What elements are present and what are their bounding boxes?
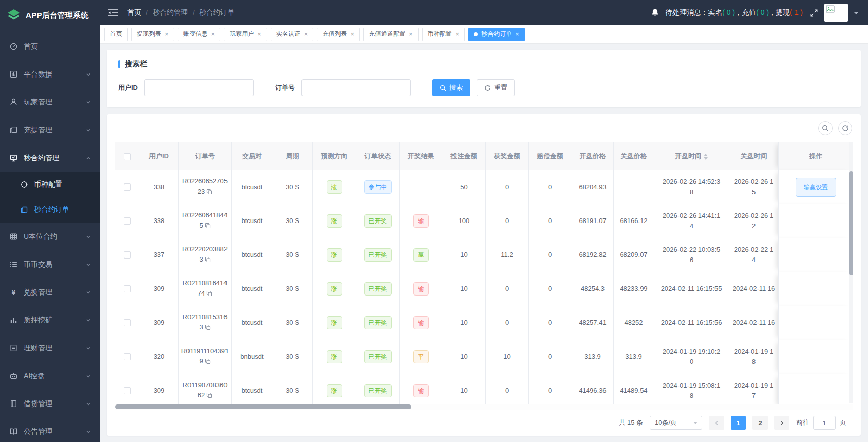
reset-button[interactable]: 重置 <box>477 79 515 96</box>
direction-badge: 涨 <box>327 282 342 296</box>
sidebar-item-home[interactable]: 首页 <box>0 32 100 60</box>
sidebar-item-players[interactable]: 玩家管理 <box>0 88 100 116</box>
tab-realname-auth[interactable]: 实名认证× <box>271 28 314 41</box>
close-icon[interactable]: × <box>257 31 261 38</box>
sidebar-item-second-contract-orders[interactable]: 秒合约订单 <box>0 197 100 223</box>
direction-badge: 涨 <box>327 350 342 363</box>
sidebar-item-recharge-withdraw[interactable]: 充提管理 <box>0 116 100 144</box>
cell-win-amount: 0 <box>486 272 529 306</box>
prev-page-button[interactable] <box>709 416 724 430</box>
sidebar-item-ai-control[interactable]: AI控盘 <box>0 362 100 390</box>
page-button-2[interactable]: 2 <box>752 416 768 430</box>
book-icon <box>9 399 18 408</box>
sidebar-item-spot-trade[interactable]: 币币交易 <box>0 250 100 278</box>
cell-open-time: 2024-01-19 15:08:1 8 <box>654 374 729 408</box>
pending-messages: 待处理消息：实名( 0 )，充值( 0 )，提现( 1 ) <box>665 8 803 17</box>
row-checkbox[interactable] <box>124 217 131 225</box>
column-header-bet-amount: 投注金额 <box>442 142 486 170</box>
row-checkbox[interactable] <box>124 353 131 360</box>
table-refresh-button[interactable] <box>838 121 852 135</box>
cell-direction: 涨 <box>313 340 356 374</box>
table-search-toggle-button[interactable] <box>818 121 833 135</box>
user-id-input[interactable] <box>144 79 254 96</box>
breadcrumb-section[interactable]: 秒合约管理 <box>153 8 188 17</box>
sidebar-item-coin-config[interactable]: 币种配置 <box>0 172 100 197</box>
chevron-up-icon <box>86 156 91 161</box>
cell-checkbox <box>115 238 139 272</box>
cell-open-time: 2026-02-26 14:41:1 4 <box>654 204 729 238</box>
goto-page-input[interactable] <box>813 416 836 430</box>
row-checkbox[interactable] <box>124 183 131 191</box>
sidebar-item-staking[interactable]: 质押挖矿 <box>0 306 100 334</box>
sidebar-item-second-contract[interactable]: 秒合约管理 <box>0 144 100 172</box>
tab-second-contract-orders[interactable]: 秒合约订单× <box>468 28 525 41</box>
cell-actions <box>779 340 853 374</box>
cell-order-no: R0226065270523 <box>179 170 232 204</box>
breadcrumb-home[interactable]: 首页 <box>127 8 141 17</box>
close-icon[interactable]: × <box>515 31 519 38</box>
order-no-input[interactable] <box>301 79 411 96</box>
copy-icon[interactable] <box>206 289 212 300</box>
vertical-scrollbar-thumb[interactable] <box>849 171 853 275</box>
horizontal-scrollbar-thumb[interactable] <box>115 404 411 409</box>
user-menu-caret-icon[interactable] <box>854 12 859 17</box>
column-header-win-amount: 获奖金额 <box>486 142 529 170</box>
cell-win-amount: 0 <box>486 204 529 238</box>
copy-icon[interactable] <box>205 222 211 232</box>
cell-result: 输 <box>400 306 442 340</box>
tab-recharge-channel-config[interactable]: 充值通道配置× <box>363 28 419 41</box>
copy-icon[interactable] <box>205 323 211 334</box>
sidebar-item-finance[interactable]: 理财管理 <box>0 334 100 362</box>
result-badge: 输 <box>413 282 429 296</box>
tab-recharge-list[interactable]: 充值列表× <box>317 28 360 41</box>
bell-icon[interactable] <box>651 8 659 17</box>
tab-player-users[interactable]: 玩家用户× <box>224 28 267 41</box>
tab-account-changes[interactable]: 账变信息× <box>178 28 221 41</box>
row-checkbox[interactable] <box>124 285 131 292</box>
close-icon[interactable]: × <box>409 31 413 38</box>
close-icon[interactable]: × <box>304 31 308 38</box>
status-badge: 已开奖 <box>364 384 392 397</box>
tab-home[interactable]: 首页 <box>104 28 128 41</box>
cell-result <box>400 170 442 204</box>
sort-icon[interactable] <box>704 154 708 160</box>
fullscreen-icon[interactable] <box>810 9 818 17</box>
close-icon[interactable]: × <box>350 31 354 38</box>
tab-coin-config[interactable]: 币种配置× <box>422 28 465 41</box>
sidebar-item-platform-data[interactable]: 平台数据 <box>0 60 100 88</box>
table-row: 309 R021108153163 btcusdt 30 S 涨 已开奖 输 1… <box>115 306 853 340</box>
avatar[interactable] <box>824 4 848 22</box>
cell-compensate-amount: 0 <box>529 374 572 408</box>
chevron-down-icon <box>86 374 91 379</box>
sidebar-item-exchange[interactable]: ¥ 兑换管理 <box>0 278 100 306</box>
sidebar-item-u-contract[interactable]: U本位合约 <box>0 223 100 250</box>
search-button[interactable]: 搜索 <box>432 79 470 96</box>
copy-icon[interactable] <box>206 391 212 401</box>
page-button-1[interactable]: 1 <box>731 416 746 430</box>
copy-icon[interactable] <box>206 188 212 198</box>
row-checkbox[interactable] <box>124 387 131 394</box>
row-checkbox[interactable] <box>124 319 131 326</box>
copy-icon[interactable] <box>205 357 211 367</box>
close-icon[interactable]: × <box>211 31 215 38</box>
sidebar-item-announcement[interactable]: 公告管理 <box>0 418 100 442</box>
sidebar-toggle-icon[interactable] <box>108 9 118 17</box>
tab-withdraw-list[interactable]: 提现列表× <box>131 28 174 41</box>
realname-count: ( 0 ) <box>722 8 735 16</box>
search-form: 用户ID 订单号 搜索 重置 <box>118 79 850 96</box>
close-icon[interactable]: × <box>165 31 169 38</box>
close-icon[interactable]: × <box>456 31 460 38</box>
page-size-select[interactable]: 10条/页 <box>650 416 702 430</box>
next-page-button[interactable] <box>774 416 789 430</box>
cell-bet-amount: 10 <box>442 272 486 306</box>
refresh-icon <box>842 125 849 132</box>
cell-win-amount: 11.2 <box>486 238 529 272</box>
cell-actions <box>779 272 853 306</box>
win-lose-setting-button[interactable]: 输赢设置 <box>796 178 836 197</box>
cell-bet-amount: 10 <box>442 374 486 408</box>
row-checkbox[interactable] <box>124 251 131 259</box>
sidebar-item-loan[interactable]: 借贷管理 <box>0 390 100 418</box>
cell-close-price: 41489.54 <box>614 374 654 408</box>
copy-icon[interactable] <box>205 255 211 266</box>
select-all-checkbox[interactable] <box>124 153 131 160</box>
